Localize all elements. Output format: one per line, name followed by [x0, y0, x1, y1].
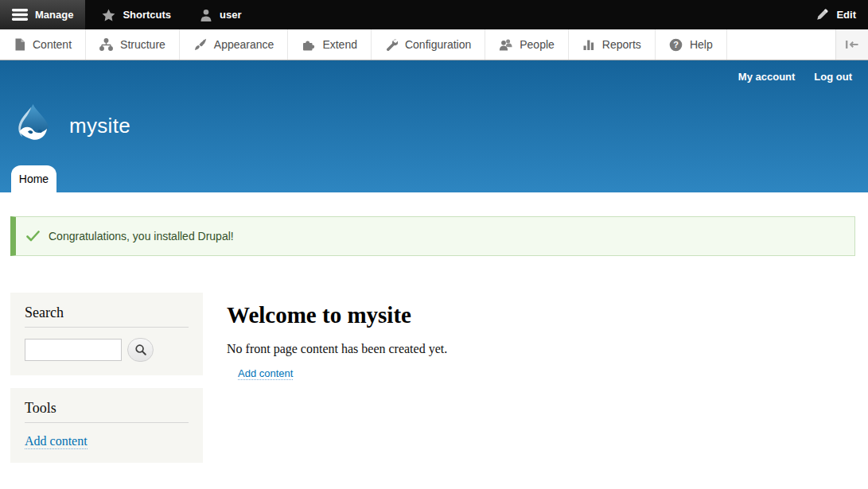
admin-bar-item-shortcuts[interactable]: Shortcuts: [90, 0, 183, 29]
content-row: Search Tools Add content Welcome to mysi…: [10, 293, 855, 475]
admin-toolbar-tray: Content Structure Appearance Extend Conf…: [0, 29, 868, 60]
toolbar-item-label: Content: [33, 38, 72, 51]
bar-chart-icon: [582, 38, 595, 51]
page-title: Welcome to mysite: [227, 302, 447, 328]
people-icon: [499, 38, 512, 51]
empty-frontpage-text: No front page content has been created y…: [227, 342, 447, 356]
search-input[interactable]: [25, 339, 122, 361]
person-icon: [200, 9, 212, 21]
wrench-icon: [385, 38, 398, 51]
secondary-menu: My account Log out: [738, 71, 852, 83]
checkmark-icon: [26, 231, 40, 242]
toolbar-item-content[interactable]: Content: [0, 29, 86, 60]
toolbar-item-appearance[interactable]: Appearance: [180, 29, 289, 60]
admin-bar-item-manage[interactable]: Manage: [0, 0, 85, 29]
search-block-title: Search: [25, 305, 189, 328]
main-content-region: Congratulations, you installed Drupal! S…: [0, 192, 868, 475]
pencil-icon: [815, 8, 829, 21]
toolbar-item-label: Reports: [602, 38, 641, 51]
add-content-link[interactable]: Add content: [238, 367, 293, 380]
toolbar-item-people[interactable]: People: [485, 29, 569, 60]
sidebar-first: Search Tools Add content: [10, 293, 203, 475]
toolbar-item-structure[interactable]: Structure: [86, 29, 180, 60]
admin-bar-item-label: Manage: [35, 9, 73, 21]
toolbar-item-label: People: [520, 38, 555, 51]
status-message: Congratulations, you installed Drupal!: [10, 216, 855, 256]
page-content: Welcome to mysite No front page content …: [227, 293, 447, 475]
toolbar-item-reports[interactable]: Reports: [569, 29, 656, 60]
collapse-left-icon: [845, 39, 859, 50]
tools-block-title: Tools: [25, 400, 189, 423]
document-icon: [14, 38, 25, 51]
log-out-link[interactable]: Log out: [814, 71, 852, 83]
edit-button[interactable]: Edit: [804, 0, 868, 29]
site-name[interactable]: mysite: [69, 114, 130, 138]
toolbar-item-help[interactable]: ? Help: [656, 29, 727, 60]
admin-bar-item-label: user: [220, 9, 241, 21]
admin-bar-item-label: Shortcuts: [123, 9, 171, 21]
search-button[interactable]: [127, 338, 154, 362]
svg-text:?: ?: [673, 40, 679, 49]
admin-bar-spacer: [254, 0, 804, 29]
search-icon: [134, 343, 147, 356]
paintbrush-icon: [193, 38, 207, 52]
tools-block: Tools Add content: [10, 388, 203, 463]
status-message-text: Congratulations, you installed Drupal!: [49, 230, 234, 243]
tab-home[interactable]: Home: [11, 165, 56, 192]
question-icon: ?: [669, 38, 683, 52]
toolbar-item-label: Appearance: [214, 38, 274, 51]
drupal-logo[interactable]: [10, 103, 56, 149]
sidebar-add-content-link[interactable]: Add content: [25, 434, 88, 449]
sitemap-icon: [99, 38, 113, 51]
toolbar-item-label: Extend: [322, 38, 357, 51]
toolbar-item-label: Help: [690, 38, 713, 51]
toolbar-spacer: [727, 29, 835, 60]
toolbar-collapse-button[interactable]: [835, 29, 868, 60]
star-icon: [102, 9, 115, 21]
toolbar-item-label: Configuration: [405, 38, 471, 51]
admin-toolbar: Manage Shortcuts user Edit: [0, 0, 868, 29]
toolbar-item-configuration[interactable]: Configuration: [372, 29, 485, 60]
my-account-link[interactable]: My account: [738, 71, 796, 83]
search-block: Search: [10, 293, 203, 375]
toolbar-item-extend[interactable]: Extend: [288, 29, 372, 60]
admin-bar-item-user[interactable]: user: [188, 0, 253, 29]
site-header: My account Log out mysite Home: [0, 60, 868, 192]
edit-button-label: Edit: [836, 9, 856, 21]
site-branding: mysite: [10, 103, 130, 149]
hamburger-icon: [12, 9, 28, 21]
search-form: [25, 338, 189, 362]
toolbar-item-label: Structure: [120, 38, 165, 51]
puzzle-icon: [302, 38, 315, 51]
